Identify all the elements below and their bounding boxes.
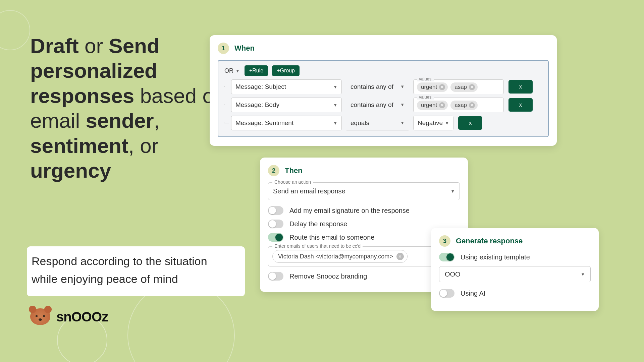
rule-panel: OR ▼ +Rule +Group Message: Subject▼ cont…	[218, 60, 549, 137]
cc-chip: Victoria Dash <victoria@mycompany.com> ✕	[272, 250, 408, 263]
step-badge-1: 1	[218, 43, 229, 54]
toggle-delay[interactable]	[268, 220, 283, 228]
rule-field-select[interactable]: Message: Body▼	[231, 98, 342, 112]
rule-field-select[interactable]: Message: Sentiment▼	[231, 116, 342, 130]
value-chip: urgent✕	[417, 82, 448, 92]
then-title: Then	[285, 166, 303, 175]
rule-field-select[interactable]: Message: Subject▼	[231, 79, 342, 94]
toggle-ai-row: Using AI	[439, 289, 591, 298]
rule-operator-select[interactable]: equals▼	[346, 116, 409, 130]
toggle-use-template[interactable]	[439, 253, 454, 261]
when-title: When	[234, 44, 255, 53]
action-select[interactable]: Send an email response ▼	[273, 187, 455, 195]
headline-bold-sentiment: sentiment	[30, 134, 128, 157]
delete-rule-button[interactable]: x	[508, 80, 533, 94]
add-rule-button[interactable]: +Rule	[245, 65, 268, 76]
rule-operator-select[interactable]: contains any of▼	[346, 79, 409, 94]
chevron-down-icon: ▼	[235, 68, 240, 73]
rule-values-input[interactable]: values urgent✕ asap✕	[413, 98, 504, 112]
toggle-signature[interactable]	[268, 206, 283, 215]
value-chip: urgent✕	[417, 101, 448, 110]
bg-deco-circle	[0, 10, 30, 50]
value-chip: asap✕	[450, 82, 478, 92]
generate-title: Generate response	[456, 237, 523, 245]
toggle-signature-row: Add my email signature on the response	[268, 206, 460, 215]
headline: Draft or Send personalized responses bas…	[30, 34, 228, 183]
chevron-down-icon: ▼	[450, 189, 455, 194]
add-group-button[interactable]: +Group	[272, 65, 300, 76]
rule-row: Message: Subject▼ contains any of▼ value…	[231, 79, 543, 94]
headline-bold-urgency: urgency	[30, 159, 111, 182]
brand-logo: snOOOz	[30, 308, 108, 325]
rule-value-select[interactable]: Negative▼	[413, 116, 453, 130]
rule-operator-select[interactable]: contains any of▼	[346, 98, 409, 112]
toggle-delay-row: Delay the response	[268, 220, 460, 228]
action-select-wrap: Choose an action Send an email response …	[268, 182, 460, 200]
chevron-down-icon: ▼	[333, 84, 337, 89]
remove-chip-icon[interactable]: ✕	[439, 84, 445, 90]
toggle-branding[interactable]	[268, 272, 283, 281]
value-chip: asap✕	[450, 101, 478, 110]
rule-row: Message: Sentiment▼ equals▼ Negative▼ x	[231, 116, 543, 130]
rule-values-input[interactable]: values urgent✕ asap✕	[413, 79, 504, 94]
subhead: Respond according to the situation while…	[27, 246, 245, 296]
chevron-down-icon: ▼	[333, 121, 337, 126]
brand-wordmark: snOOOz	[56, 309, 108, 324]
headline-bold-draft: Draft	[30, 34, 79, 57]
generate-card: 3 Generate response Using existing templ…	[431, 228, 599, 311]
remove-chip-icon[interactable]: ✕	[469, 102, 475, 108]
rule-row: Message: Body▼ contains any of▼ values u…	[231, 98, 543, 112]
remove-chip-icon[interactable]: ✕	[396, 253, 404, 260]
chevron-down-icon: ▼	[581, 272, 585, 277]
toggle-route[interactable]	[268, 233, 283, 242]
toggle-use-ai[interactable]	[439, 289, 454, 298]
chevron-down-icon: ▼	[400, 120, 405, 125]
chevron-down-icon: ▼	[333, 103, 337, 108]
delete-rule-button[interactable]: x	[508, 98, 533, 112]
chevron-down-icon: ▼	[400, 84, 405, 89]
headline-bold-sender: sender	[86, 109, 154, 132]
remove-chip-icon[interactable]: ✕	[469, 84, 475, 90]
remove-chip-icon[interactable]: ✕	[439, 102, 445, 108]
chevron-down-icon: ▼	[445, 121, 449, 126]
logic-operator-select[interactable]: OR ▼	[224, 66, 240, 76]
template-select[interactable]: OOO ▼	[439, 266, 591, 282]
chevron-down-icon: ▼	[400, 102, 405, 107]
step-badge-3: 3	[439, 235, 450, 247]
step-badge-2: 2	[268, 165, 279, 176]
when-card: 1 When OR ▼ +Rule +Group Message: Subjec…	[210, 35, 557, 146]
toggle-template-row: Using existing template	[439, 253, 591, 261]
bear-icon	[30, 308, 50, 325]
delete-rule-button[interactable]: x	[458, 116, 482, 130]
